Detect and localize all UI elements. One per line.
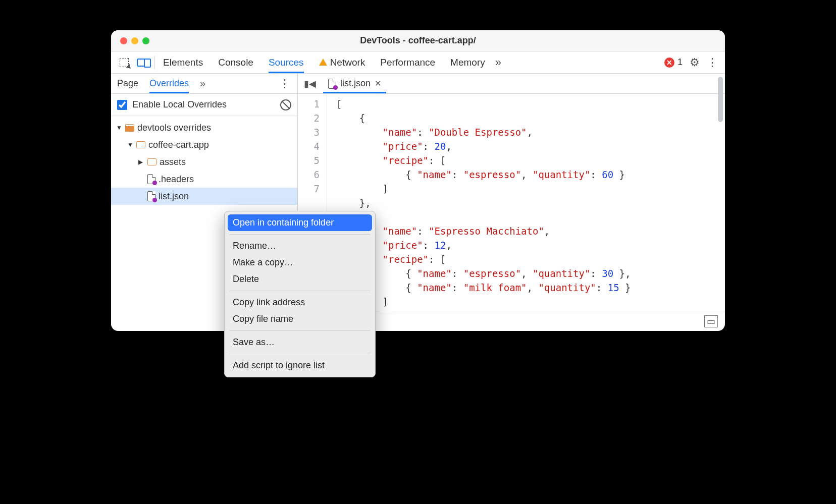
tree-label: list.json	[159, 191, 189, 202]
error-icon: ✕	[664, 58, 674, 68]
editor-tabstrip: ▮◀ list.json ✕	[298, 74, 725, 94]
ctx-label: Copy file name	[233, 314, 293, 324]
close-tab-icon[interactable]: ✕	[375, 79, 381, 88]
folder-icon	[136, 141, 145, 148]
sidebar-tab-overrides[interactable]: Overrides	[149, 74, 189, 93]
ctx-label: Open in containing folder	[233, 217, 334, 228]
editor-tab-list-json[interactable]: list.json ✕	[323, 74, 386, 93]
tab-network[interactable]: Network	[319, 51, 365, 73]
line-number: 7	[298, 182, 320, 196]
ctx-copy-file[interactable]: Copy file name	[225, 311, 375, 327]
tab-label: Memory	[450, 57, 485, 68]
sidebar-tab-page[interactable]: Page	[117, 74, 138, 93]
error-count: 1	[677, 57, 683, 68]
enable-overrides-checkbox[interactable]	[117, 100, 127, 110]
tree-folder-assets[interactable]: ▶ assets	[111, 153, 297, 171]
devtools-window: DevTools - coffee-cart.app/ Elements Con…	[111, 30, 725, 331]
ctx-label: Copy link address	[233, 297, 305, 307]
navigator-menu-icon[interactable]: ⋮	[279, 77, 297, 90]
settings-icon[interactable]: ⚙	[690, 56, 700, 69]
tree-label: assets	[160, 157, 186, 167]
titlebar: DevTools - coffee-cart.app/	[111, 30, 725, 51]
ctx-separator	[230, 354, 370, 354]
ctx-ignore-list[interactable]: Add script to ignore list	[225, 357, 375, 374]
line-number: 2	[298, 111, 320, 125]
tree-file-headers[interactable]: .headers	[111, 171, 297, 188]
tab-sources[interactable]: Sources	[269, 51, 304, 73]
tab-elements[interactable]: Elements	[163, 51, 203, 73]
more-tabs-icon[interactable]: »	[495, 56, 501, 69]
ctx-separator	[230, 234, 370, 235]
tree-folder-domain[interactable]: ▼ coffee-cart.app	[111, 136, 297, 153]
panel-tabs: Elements Console Sources Network Perform…	[158, 51, 485, 73]
ctx-copy-link[interactable]: Copy link address	[225, 294, 375, 311]
folder-icon	[147, 158, 156, 165]
tab-label: Overrides	[149, 78, 189, 89]
expand-icon: ▶	[138, 158, 144, 165]
expand-icon: ▼	[116, 124, 122, 131]
toolbar-divider	[154, 56, 155, 69]
context-menu: Open in containing folder Rename… Make a…	[224, 211, 376, 377]
tree-file-list-json[interactable]: list.json	[111, 188, 297, 205]
tree-folder-root[interactable]: ▼ devtools overrides	[111, 119, 297, 136]
tab-label: Sources	[269, 57, 304, 68]
line-number: 1	[298, 97, 320, 111]
main-toolbar: Elements Console Sources Network Perform…	[111, 51, 725, 74]
kebab-menu-icon[interactable]: ⋮	[707, 56, 718, 69]
tab-console[interactable]: Console	[218, 51, 253, 73]
enable-overrides-row: Enable Local Overrides	[111, 94, 297, 116]
close-window-button[interactable]	[120, 37, 127, 44]
clear-overrides-icon[interactable]	[280, 99, 291, 110]
tree-label: coffee-cart.app	[148, 140, 209, 150]
ctx-separator	[230, 291, 370, 291]
show-drawer-icon[interactable]: ▭	[704, 315, 718, 327]
ctx-open-in-folder[interactable]: Open in containing folder	[228, 214, 372, 231]
ctx-save-as[interactable]: Save as…	[225, 334, 375, 351]
toggle-navigator-icon[interactable]: ▮◀	[302, 78, 318, 89]
line-number: 5	[298, 153, 320, 167]
line-number: 4	[298, 139, 320, 153]
ctx-label: Make a copy…	[233, 257, 293, 267]
more-sidebar-tabs-icon[interactable]: »	[200, 78, 205, 89]
ctx-label: Rename…	[233, 241, 276, 251]
tree-label: devtools overrides	[137, 123, 211, 133]
tab-label: Performance	[380, 57, 435, 68]
tab-label: Page	[117, 78, 138, 89]
maximize-window-button[interactable]	[142, 37, 149, 44]
content-area: Page Overrides » ⋮ Enable Local Override…	[111, 74, 725, 331]
enable-overrides-label: Enable Local Overrides	[132, 99, 227, 110]
minimize-window-button[interactable]	[131, 37, 138, 44]
expand-icon: ▼	[127, 141, 133, 148]
warning-icon	[319, 59, 327, 66]
ctx-label: Delete	[233, 274, 259, 284]
file-icon	[328, 79, 336, 89]
tab-performance[interactable]: Performance	[380, 51, 435, 73]
window-title: DevTools - coffee-cart.app/	[111, 35, 725, 46]
inspect-element-icon[interactable]	[115, 54, 133, 71]
file-icon	[147, 174, 155, 184]
ctx-make-copy[interactable]: Make a copy…	[225, 254, 375, 271]
tab-memory[interactable]: Memory	[450, 51, 485, 73]
tab-label: Elements	[163, 57, 203, 68]
scrollbar-thumb[interactable]	[718, 94, 723, 122]
folder-icon	[125, 124, 134, 131]
error-count-badge[interactable]: ✕ 1	[664, 57, 683, 68]
window-controls	[111, 37, 149, 44]
tree-label: .headers	[159, 174, 194, 185]
navigator-tabs: Page Overrides » ⋮	[111, 74, 297, 94]
ctx-rename[interactable]: Rename…	[225, 238, 375, 254]
ctx-label: Add script to ignore list	[233, 360, 325, 370]
tab-label: Network	[330, 57, 365, 68]
editor-tab-label: list.json	[340, 78, 371, 89]
file-icon	[147, 191, 155, 201]
ctx-label: Save as…	[233, 337, 275, 347]
line-number: 3	[298, 125, 320, 139]
ctx-separator	[230, 330, 370, 331]
line-number: 6	[298, 167, 320, 182]
tab-label: Console	[218, 57, 253, 68]
device-toolbar-icon[interactable]	[133, 54, 151, 71]
ctx-delete[interactable]: Delete	[225, 271, 375, 288]
